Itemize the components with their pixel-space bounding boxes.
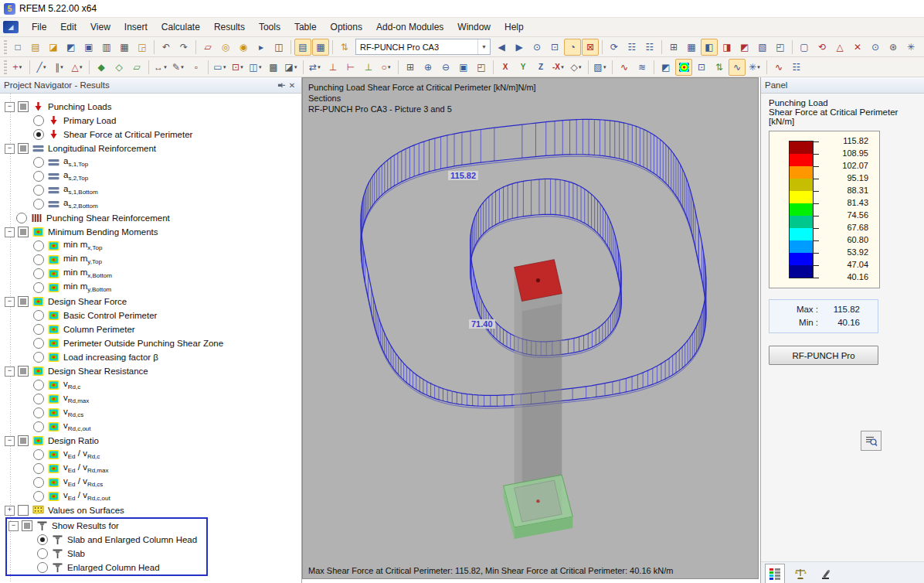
radio-button[interactable]	[37, 562, 48, 573]
radio-button[interactable]	[33, 352, 44, 363]
panel-tab-load-factors[interactable]	[790, 564, 810, 583]
radio-button[interactable]	[33, 421, 44, 432]
tree-item-primary-load[interactable]: Primary Load	[3, 114, 301, 128]
tree-item-a-s-1-top[interactable]: as,1,Top	[3, 155, 301, 169]
undo-button[interactable]: ↶	[158, 39, 175, 56]
menu-item-view[interactable]: View	[83, 19, 117, 35]
printout-report-button[interactable]: ☷	[788, 59, 805, 76]
zoom-out-button[interactable]: ⊖	[437, 59, 454, 76]
tree-item-design-shear-force[interactable]: −Design Shear Force	[3, 295, 301, 309]
pointer-mode-button[interactable]: ▸	[253, 39, 270, 56]
panel-tab-filter[interactable]	[816, 564, 836, 583]
collapse-icon[interactable]: −	[8, 521, 19, 531]
radio-button[interactable]	[16, 213, 27, 223]
chevron-down-icon[interactable]: ▼	[42, 65, 47, 70]
redo-button[interactable]: ↷	[175, 39, 192, 56]
new-solid-set-button[interactable]: ◪▼	[283, 59, 300, 76]
tree-item-v-ed-v-rd-max[interactable]: vEd / vRd,max	[3, 462, 301, 476]
menu-item-edit[interactable]: Edit	[53, 19, 83, 35]
member-release-button[interactable]: ⟳	[606, 39, 623, 56]
checkbox[interactable]	[22, 520, 32, 531]
new-column-button[interactable]: ◫▼	[247, 59, 264, 76]
chevron-down-icon[interactable]: ▼	[294, 65, 298, 70]
print-preview-button[interactable]: ◲	[134, 39, 151, 56]
work-plane-xy-button[interactable]: ◧	[701, 39, 718, 56]
work-plane-yz-button[interactable]: ◨	[718, 39, 735, 56]
radio-button[interactable]	[33, 115, 44, 126]
tree-item-punching-loads[interactable]: −Punching Loads	[3, 100, 301, 114]
tree-item-show-results-for[interactable]: −Show Results for	[7, 519, 206, 533]
panel-tab-color-scale[interactable]	[765, 564, 785, 583]
previous-load-case-button[interactable]: ◀	[493, 39, 510, 56]
radio-button[interactable]	[33, 157, 44, 168]
collapse-icon[interactable]: −	[5, 102, 15, 112]
checkbox[interactable]	[18, 143, 29, 154]
checkbox[interactable]	[18, 227, 29, 237]
member-hinge-button[interactable]: ○▼	[378, 59, 395, 76]
new-polyline-button[interactable]: △▼	[69, 59, 86, 76]
radio-button[interactable]	[33, 171, 44, 182]
tree-item-basic-control-perimeter[interactable]: Basic Control Perimeter	[3, 309, 301, 322]
new-node-button[interactable]: +▼	[9, 59, 26, 76]
tree-item-a-s-2-bottom[interactable]: as,2,Bottom	[3, 197, 301, 211]
tree-item-a-s-2-top[interactable]: as,2,Top	[3, 169, 301, 183]
new-solid-button[interactable]: ▩	[265, 59, 282, 76]
chevron-down-icon[interactable]: ▼	[180, 65, 185, 70]
program-options-button[interactable]: ✳	[902, 39, 919, 56]
tree-item-values-on-surfaces[interactable]: +Values on Surfaces	[3, 503, 301, 517]
object-info-button[interactable]: ⊙	[867, 39, 884, 56]
view-in-x-button[interactable]: X	[497, 59, 514, 76]
chevron-down-icon[interactable]: ▼	[239, 65, 244, 70]
chevron-down-icon[interactable]: ▼	[560, 65, 565, 70]
radio-button[interactable]	[33, 394, 44, 404]
radio-button[interactable]	[33, 338, 44, 349]
next-load-case-button[interactable]: ▶	[511, 39, 528, 56]
checkbox[interactable]	[18, 366, 29, 377]
new-member-button[interactable]: ◆	[93, 59, 110, 76]
menu-item-results[interactable]: Results	[207, 19, 252, 35]
open-model-button[interactable]: ▤	[27, 39, 44, 56]
checkbox[interactable]	[18, 505, 29, 516]
show-results-button[interactable]: ◔	[564, 39, 581, 56]
radio-button[interactable]	[33, 282, 44, 293]
radio-button[interactable]	[33, 380, 44, 390]
move-copy-button[interactable]: ⊞	[402, 59, 419, 76]
plane-offset-button[interactable]: ▧	[754, 39, 771, 56]
collapse-icon[interactable]: −	[5, 297, 15, 307]
zoom-window-button[interactable]: ▣	[455, 59, 472, 76]
connect-members-button[interactable]: ⇄▼	[307, 59, 324, 76]
save-as-button[interactable]: ▣	[80, 39, 97, 56]
chevron-down-icon[interactable]: ▼	[317, 65, 321, 70]
chevron-down-icon[interactable]: ▼	[578, 65, 583, 70]
show-loads-button[interactable]: ⊙	[528, 39, 545, 56]
radio-button[interactable]	[33, 449, 44, 460]
smooth-results-button[interactable]: ∿	[729, 59, 746, 76]
tree-item-v-ed-v-rd-cs[interactable]: vEd / vRd,cs	[3, 476, 301, 489]
copy-graphic-button[interactable]: ▥	[98, 39, 115, 56]
new-surface-generated-button[interactable]: ▱	[128, 59, 145, 76]
rotate-mode-button[interactable]: ⟲	[814, 39, 831, 56]
tree-item-design-shear-resistance[interactable]: −Design Shear Resistance	[3, 364, 301, 378]
radio-button[interactable]	[33, 477, 44, 488]
new-line-button[interactable]: ╱▼	[33, 59, 50, 76]
nodal-support-button[interactable]: ⊥	[324, 59, 341, 76]
load-case-combobox[interactable]: RF-PUNCH Pro CA3▼	[355, 39, 491, 55]
line-support-button[interactable]: ⊢	[342, 59, 359, 76]
checkbox[interactable]	[18, 296, 29, 307]
checkbox[interactable]	[18, 435, 29, 446]
show-tables-button[interactable]: ▤	[294, 39, 311, 56]
display-properties-button[interactable]: ▧▼	[592, 59, 609, 76]
radio-button[interactable]	[33, 324, 44, 335]
menu-item-file[interactable]: File	[25, 19, 53, 35]
chevron-down-icon[interactable]: ▼	[603, 65, 607, 70]
chevron-down-icon[interactable]: ▼	[59, 65, 64, 70]
radio-button[interactable]	[33, 463, 44, 474]
tree-item-shear-force-at-critical-perimeter[interactable]: Shear Force at Critical Perimeter	[3, 128, 301, 141]
radio-button[interactable]	[33, 185, 44, 196]
new-parallel-line-button[interactable]: ∥▼	[51, 59, 68, 76]
save-model-button[interactable]: ◩	[63, 39, 80, 56]
tree-item-min-m-y-top[interactable]: min my,Top	[3, 253, 301, 267]
radio-button[interactable]	[37, 534, 48, 545]
show-load-values-button[interactable]: ⊡	[546, 39, 563, 56]
zoom-by-window-button[interactable]: ◎	[217, 39, 234, 56]
